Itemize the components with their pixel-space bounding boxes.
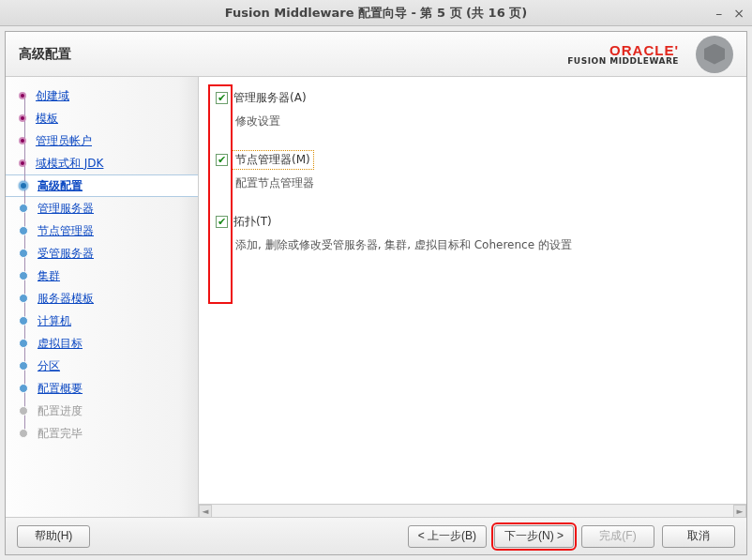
oracle-logo: ORACLE' [567, 43, 679, 57]
step-status-icon [19, 181, 28, 190]
wizard-step[interactable]: 管理员帐户 [6, 129, 198, 152]
scroll-right-icon[interactable]: ► [733, 505, 746, 518]
step-label[interactable]: 域模式和 JDK [36, 156, 103, 172]
next-button[interactable]: 下一步(N) > [494, 525, 574, 548]
wizard-step[interactable]: 集群 [6, 265, 198, 287]
wizard-step: 配置完毕 [6, 422, 198, 445]
step-status-icon [19, 137, 26, 144]
horizontal-scrollbar[interactable]: ◄ ► [199, 504, 746, 517]
finish-button: 完成(F) [581, 525, 654, 548]
minimize-icon[interactable]: – [715, 6, 722, 21]
step-label[interactable]: 受管服务器 [38, 246, 94, 262]
step-label[interactable]: 分区 [38, 358, 60, 374]
step-label[interactable]: 高级配置 [38, 178, 83, 194]
titlebar: Fusion Middleware 配置向导 - 第 5 页 (共 16 页) … [0, 0, 752, 26]
step-status-icon [19, 316, 28, 325]
option-label[interactable]: 节点管理器(M) [233, 152, 312, 168]
scroll-track[interactable] [213, 506, 732, 517]
wizard-frame: 高级配置 ORACLE' FUSION MIDDLEWARE 创建域模板管理员帐… [5, 31, 747, 555]
step-status-icon [19, 384, 28, 393]
option-label[interactable]: 拓扑(T) [233, 214, 272, 230]
step-label[interactable]: 虚拟目标 [38, 336, 83, 352]
wizard-step[interactable]: 管理服务器 [6, 197, 198, 219]
window-title: Fusion Middleware 配置向导 - 第 5 页 (共 16 页) [6, 5, 746, 22]
step-label[interactable]: 创建域 [36, 88, 69, 104]
wizard-step[interactable]: 分区 [6, 355, 198, 377]
step-status-icon [19, 114, 26, 122]
wizard-steps-sidebar: 创建域模板管理员帐户域模式和 JDK高级配置管理服务器节点管理器受管服务器集群服… [6, 77, 199, 517]
wizard-step[interactable]: 配置概要 [6, 377, 198, 400]
back-button[interactable]: < 上一步(B) [408, 525, 487, 548]
step-status-icon [19, 271, 28, 280]
step-status-icon [19, 92, 26, 99]
checkbox[interactable]: ✔ [216, 154, 228, 166]
oracle-subtitle: FUSION MIDDLEWARE [567, 57, 679, 66]
wizard-content: ✔管理服务器(A)修改设置✔节点管理器(M)配置节点管理器✔拓扑(T)添加, 删… [199, 77, 746, 517]
wizard-step[interactable]: 服务器模板 [6, 287, 198, 310]
wizard-step[interactable]: 虚拟目标 [6, 332, 198, 355]
step-label[interactable]: 管理员帐户 [36, 133, 92, 149]
step-label[interactable]: 管理服务器 [38, 201, 94, 217]
step-status-icon [19, 294, 28, 303]
checkbox[interactable]: ✔ [216, 216, 228, 228]
step-status-icon [19, 226, 28, 235]
step-status-icon [19, 429, 28, 438]
step-label[interactable]: 计算机 [38, 313, 71, 329]
option-description: 配置节点管理器 [235, 175, 729, 191]
checkbox[interactable]: ✔ [216, 92, 228, 104]
close-icon[interactable]: × [733, 6, 744, 21]
step-status-icon [19, 406, 28, 416]
wizard-step[interactable]: 受管服务器 [6, 242, 198, 265]
step-label[interactable]: 模板 [36, 111, 58, 127]
page-title: 高级配置 [19, 46, 567, 63]
step-label[interactable]: 配置概要 [38, 381, 83, 397]
wizard-step[interactable]: 模板 [6, 107, 198, 129]
step-label: 配置完毕 [38, 426, 83, 442]
wizard-step[interactable]: 计算机 [6, 310, 198, 332]
brand-block: ORACLE' FUSION MIDDLEWARE [567, 36, 733, 73]
step-label[interactable]: 集群 [38, 268, 60, 284]
option-description: 修改设置 [235, 114, 729, 129]
scroll-left-icon[interactable]: ◄ [199, 505, 212, 518]
wizard-step[interactable]: 域模式和 JDK [6, 152, 198, 174]
wizard-step[interactable]: 节点管理器 [6, 219, 198, 242]
wizard-header: 高级配置 ORACLE' FUSION MIDDLEWARE [6, 32, 746, 77]
step-label[interactable]: 服务器模板 [38, 291, 94, 307]
step-label: 配置进度 [38, 403, 83, 419]
wizard-footer: 帮助(H) < 上一步(B) 下一步(N) > 完成(F) 取消 [6, 517, 746, 554]
step-status-icon [19, 339, 28, 348]
cancel-button[interactable]: 取消 [662, 525, 735, 548]
step-label[interactable]: 节点管理器 [38, 223, 94, 239]
config-option: ✔节点管理器(M)配置节点管理器 [216, 152, 729, 191]
wizard-step[interactable]: 创建域 [6, 84, 198, 107]
config-option: ✔拓扑(T)添加, 删除或修改受管服务器, 集群, 虚拟目标和 Coherenc… [216, 214, 729, 253]
wizard-step[interactable]: 高级配置 [6, 174, 198, 197]
brand-badge-icon [696, 36, 733, 73]
option-description: 添加, 删除或修改受管服务器, 集群, 虚拟目标和 Coherence 的设置 [235, 237, 729, 253]
step-status-icon [19, 204, 28, 213]
help-button[interactable]: 帮助(H) [17, 525, 90, 548]
config-option: ✔管理服务器(A)修改设置 [216, 90, 729, 129]
step-status-icon [19, 249, 28, 258]
step-status-icon [19, 361, 28, 371]
wizard-step: 配置进度 [6, 400, 198, 422]
option-label[interactable]: 管理服务器(A) [233, 90, 307, 106]
step-status-icon [19, 159, 26, 167]
